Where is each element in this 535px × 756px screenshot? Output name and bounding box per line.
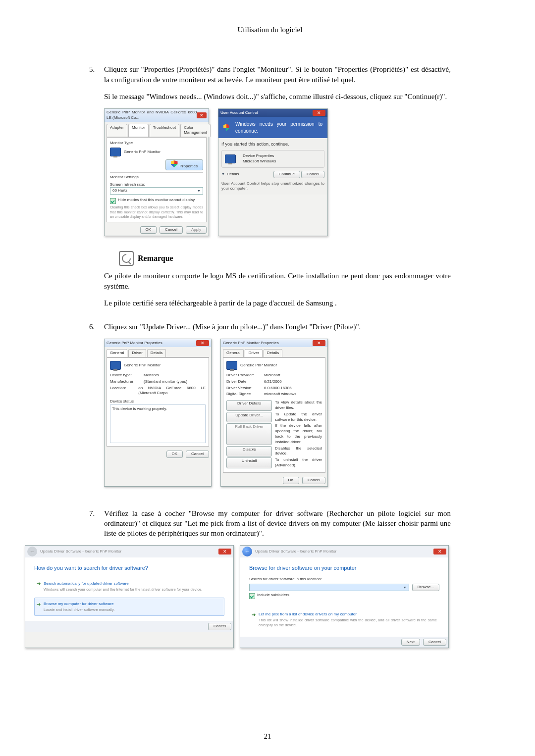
include-subfolders-checkbox[interactable]: Include subfolders bbox=[249, 593, 439, 599]
arrow-icon: ➔ bbox=[37, 601, 41, 608]
note-heading: Remarque bbox=[119, 251, 451, 266]
back-icon[interactable]: ← bbox=[242, 547, 252, 556]
figure-row-3: ← Update Driver Software - Generic PnP M… bbox=[25, 545, 451, 648]
window-title: Generic PnP Monitor Properties bbox=[107, 341, 162, 346]
uac-headline: Windows needs your permission to contion… bbox=[218, 117, 327, 138]
tab-driver[interactable]: Driver bbox=[245, 349, 262, 357]
cancel-button[interactable]: Cancel bbox=[423, 639, 446, 646]
refresh-rate-select[interactable]: 60 Hertz▼ bbox=[110, 187, 203, 195]
note-icon bbox=[119, 251, 134, 266]
close-icon[interactable]: ✕ bbox=[433, 549, 446, 554]
checkbox-checked-icon bbox=[249, 593, 255, 599]
close-icon[interactable]: ✕ bbox=[313, 340, 325, 346]
uac-footer: User Account Control helps stop unauthor… bbox=[221, 181, 324, 192]
option-browse-computer[interactable]: ➔Browse my computer for driver software … bbox=[34, 598, 224, 616]
option-search-automatically[interactable]: ➔Search automatically for updated driver… bbox=[34, 577, 224, 596]
monitor-name: Generic PnP Monitor bbox=[124, 150, 160, 155]
device-name: Generic PnP Monitor bbox=[124, 363, 160, 368]
monitor-type-label: Monitor Type bbox=[110, 141, 203, 146]
next-button[interactable]: Next bbox=[401, 639, 420, 646]
device-properties-driver: Generic PnP Monitor Properties ✕ General… bbox=[220, 339, 328, 486]
note-para-1: Ce pilote de moniteur comporte le logo M… bbox=[104, 271, 451, 291]
close-icon[interactable]: ✕ bbox=[218, 549, 231, 554]
step-5: 5. Cliquez sur "Properties (Propriétés)"… bbox=[89, 64, 451, 315]
figure-row-2: Generic PnP Monitor Properties ✕ General… bbox=[104, 339, 451, 486]
tab-general[interactable]: General bbox=[223, 349, 244, 357]
cancel-button[interactable]: Cancel bbox=[160, 226, 183, 234]
monitor-settings-label: Monitor Settings bbox=[110, 175, 203, 180]
browse-button[interactable]: Browse... bbox=[412, 584, 439, 591]
properties-button[interactable]: Properties bbox=[165, 159, 203, 170]
hide-modes-checkbox[interactable]: Hide modes that this monitor cannot disp… bbox=[110, 198, 203, 204]
roll-back-driver-button[interactable]: Roll Back Driver bbox=[226, 423, 272, 445]
tab-details[interactable]: Details bbox=[264, 349, 282, 357]
apply-button[interactable]: Apply bbox=[186, 226, 207, 234]
step-7: 7. Vérifiez la case à cocher "Browse my … bbox=[89, 508, 451, 663]
ok-button[interactable]: OK bbox=[140, 226, 157, 234]
cancel-button[interactable]: Cancel bbox=[302, 477, 325, 484]
monitor-icon bbox=[226, 361, 237, 370]
shield-icon bbox=[171, 160, 178, 167]
checkbox-checked-icon bbox=[110, 198, 116, 204]
device-status-label: Device status bbox=[110, 399, 206, 404]
step-7-text: Vérifiez la case à cocher "Browse my com… bbox=[104, 508, 451, 539]
step-6: 6. Cliquez sur "Update Driver... (Mise à… bbox=[89, 322, 451, 502]
step-5-para-1: Cliquez sur "Properties (Propriétés)" da… bbox=[104, 64, 451, 85]
window-title: Generic PnP Monitor Properties bbox=[223, 341, 279, 346]
update-driver-wizard-search: ← Update Driver Software - Generic PnP M… bbox=[25, 545, 234, 648]
chevron-down-icon: ▼ bbox=[197, 189, 201, 193]
uac-dialog: User Account Control ✕ Windows needs you… bbox=[218, 108, 328, 236]
back-icon[interactable]: ← bbox=[27, 547, 37, 556]
step-5-para-2: Si le message "Windows needs... (Windows… bbox=[104, 92, 451, 101]
close-icon[interactable]: ✕ bbox=[196, 340, 209, 346]
cancel-button[interactable]: Cancel bbox=[208, 623, 231, 630]
note-para-2: Le pilote certifié sera téléchargeable à… bbox=[104, 298, 451, 308]
path-input[interactable]: ▼ bbox=[249, 584, 409, 591]
tab-adapter[interactable]: Adapter bbox=[107, 124, 127, 137]
update-driver-button[interactable]: Update Driver... bbox=[226, 412, 272, 423]
continue-button[interactable]: Continue bbox=[273, 171, 300, 178]
cancel-button[interactable]: Cancel bbox=[301, 171, 324, 178]
option-let-me-pick[interactable]: ➔Let me pick from a list of device drive… bbox=[249, 608, 439, 632]
close-icon[interactable]: ✕ bbox=[197, 112, 207, 118]
driver-details-button[interactable]: Driver Details bbox=[226, 400, 272, 411]
window-title: Generic PnP Monitor and NVIDIA GeForce 6… bbox=[107, 110, 197, 121]
wizard-heading: Browse for driver software on your compu… bbox=[249, 564, 439, 572]
hide-modes-description: Clearing this check box allows you to se… bbox=[110, 205, 203, 219]
tabs: Adapter Monitor Troubleshoot Color Manag… bbox=[107, 124, 207, 138]
uninstall-button[interactable]: Uninstall bbox=[226, 457, 272, 468]
tab-monitor[interactable]: Monitor bbox=[128, 124, 149, 137]
monitor-icon bbox=[110, 361, 121, 370]
page-number: 21 bbox=[0, 731, 535, 741]
titlebar: Generic PnP Monitor Properties ✕ bbox=[105, 339, 211, 347]
tab-color-management[interactable]: Color Management bbox=[180, 124, 211, 137]
window-title: User Account Control bbox=[220, 110, 258, 116]
uac-publisher: Microsoft Windows bbox=[243, 159, 276, 164]
tab-driver[interactable]: Driver bbox=[128, 349, 146, 357]
details-toggle[interactable]: ▼Details bbox=[221, 172, 239, 177]
device-status-text: This device is working properly. bbox=[110, 404, 206, 443]
step-number: 6. bbox=[89, 322, 104, 502]
titlebar: User Account Control ✕ bbox=[218, 109, 327, 117]
figure-row-1: Generic PnP Monitor and NVIDIA GeForce 6… bbox=[104, 108, 451, 236]
manual-page: Utilisation du logiciel 5. Cliquez sur "… bbox=[0, 0, 535, 756]
disable-button[interactable]: Disable bbox=[226, 446, 272, 457]
program-icon bbox=[225, 154, 236, 163]
titlebar: Generic PnP Monitor Properties ✕ bbox=[221, 339, 327, 347]
monitor-properties-dialog: Generic PnP Monitor and NVIDIA GeForce 6… bbox=[104, 108, 209, 236]
tab-troubleshoot[interactable]: Troubleshoot bbox=[150, 124, 179, 137]
update-driver-wizard-browse: ← Update Driver Software - Generic PnP M… bbox=[240, 545, 449, 648]
close-icon[interactable]: ✕ bbox=[313, 110, 325, 116]
cancel-button[interactable]: Cancel bbox=[186, 451, 209, 458]
tab-general[interactable]: General bbox=[107, 349, 127, 357]
refresh-rate-label: Screen refresh rate: bbox=[110, 182, 203, 188]
tab-details[interactable]: Details bbox=[147, 349, 166, 357]
wizard-heading: How do you want to search for driver sof… bbox=[34, 564, 224, 572]
breadcrumb: Update Driver Software - Generic PnP Mon… bbox=[255, 549, 336, 554]
ok-button[interactable]: OK bbox=[166, 451, 183, 458]
uac-program-name: Device Properties bbox=[243, 153, 276, 159]
monitor-icon bbox=[110, 148, 121, 156]
ok-button[interactable]: OK bbox=[283, 477, 300, 484]
step-6-text: Cliquez sur "Update Driver... (Mise à jo… bbox=[104, 322, 451, 332]
uac-started-text: If you started this action, continue. bbox=[221, 141, 324, 147]
